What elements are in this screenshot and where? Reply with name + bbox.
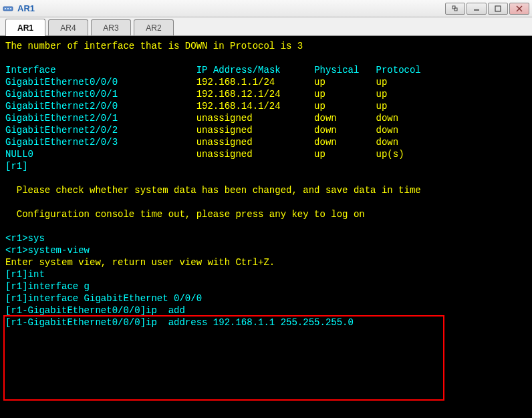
row4-proto: down [376,125,399,136]
row4-phys: down [314,125,337,136]
prompt-l1: Please check whether system data has bee… [5,185,421,196]
row3-phys: down [314,113,337,124]
prompt-l2: Configuration console time out, please p… [5,209,365,220]
row1-ip: 192.168.12.1/24 [196,89,281,99]
row6-phys: up [314,149,325,160]
prompt-l4: <r1>system-view [5,245,90,256]
row4-ip: unassigned [196,125,253,136]
svg-point-2 [7,8,9,9]
row5-ip: unassigned [196,137,253,148]
row3-iface: GigabitEthernet2/0/1 [5,113,118,124]
prompt-l3: <r1>sys [5,233,45,244]
svg-point-1 [5,8,6,9]
row0-phys: up [314,77,325,87]
hdr-iface: Interface [5,65,56,75]
prompt-l8: [r1]interface GigabitEthernet 0/0/0 [5,293,202,304]
row2-proto: up [376,101,388,112]
terminal-output: The number of interface that is DOWN in … [5,40,527,329]
row5-proto: down [376,137,399,148]
maximize-button[interactable] [488,3,508,15]
tabstrip: AR1 AR4 AR3 AR2 [0,17,532,36]
hdr-proto: Protocol [376,65,421,75]
prompt-l7: [r1]interface g [5,281,90,292]
tab-ar4[interactable]: AR4 [48,19,88,35]
hdr-phys: Physical [314,65,359,75]
row5-phys: down [314,137,337,148]
tab-label: AR2 [146,23,161,33]
prompt-l6: [r1]int [5,269,45,280]
summary-line: The number of interface that is DOWN in … [5,41,303,51]
row3-proto: down [376,113,399,124]
tab-label: AR4 [60,23,76,33]
window-controls [444,3,529,15]
hdr-ip: IP Address/Mask [196,65,281,75]
row0-ip: 192.168.1.1/24 [196,77,275,87]
row3-ip: unassigned [196,113,253,124]
tab-ar3[interactable]: AR3 [91,19,131,35]
minimize-button[interactable] [467,3,487,15]
row6-iface: NULL0 [5,149,33,160]
tab-ar1[interactable]: AR1 [5,19,45,36]
row4-iface: GigabitEthernet2/0/2 [5,125,118,136]
svg-rect-7 [495,6,501,11]
window-title: AR1 [17,3,35,13]
row5-iface: GigabitEthernet2/0/3 [5,137,118,148]
row1-iface: GigabitEthernet0/0/1 [5,89,118,99]
row0-iface: GigabitEthernet0/0/0 [5,77,118,87]
prompt-l5: Enter system view, return user view with… [5,257,275,268]
prompt-l9: [r1-GigabitEthernet0/0/0]ip add [5,305,185,316]
tab-label: AR3 [103,23,118,33]
row6-proto: up(s) [376,149,404,160]
window-frame: AR1 AR1 AR4 AR3 AR2 The number of interf… [0,0,532,418]
row0-proto: up [376,77,388,87]
close-button[interactable] [509,3,529,15]
terminal[interactable]: The number of interface that is DOWN in … [0,36,532,418]
tab-ar2[interactable]: AR2 [134,19,174,35]
row1-proto: up [376,89,388,99]
option-button[interactable] [445,3,465,15]
router-icon [3,3,13,14]
prompt-l10: [r1-GigabitEthernet0/0/0]ip address 192.… [5,317,354,328]
titlebar-left: AR1 [3,3,35,14]
row2-iface: GigabitEthernet2/0/0 [5,101,118,112]
tab-label: AR1 [17,23,33,33]
prompt-l0: [r1] [5,161,28,172]
row1-phys: up [314,89,325,99]
titlebar: AR1 [0,0,532,17]
svg-point-3 [10,8,11,9]
row2-phys: up [314,101,325,112]
row6-ip: unassigned [196,149,253,160]
row2-ip: 192.168.14.1/24 [196,101,281,112]
